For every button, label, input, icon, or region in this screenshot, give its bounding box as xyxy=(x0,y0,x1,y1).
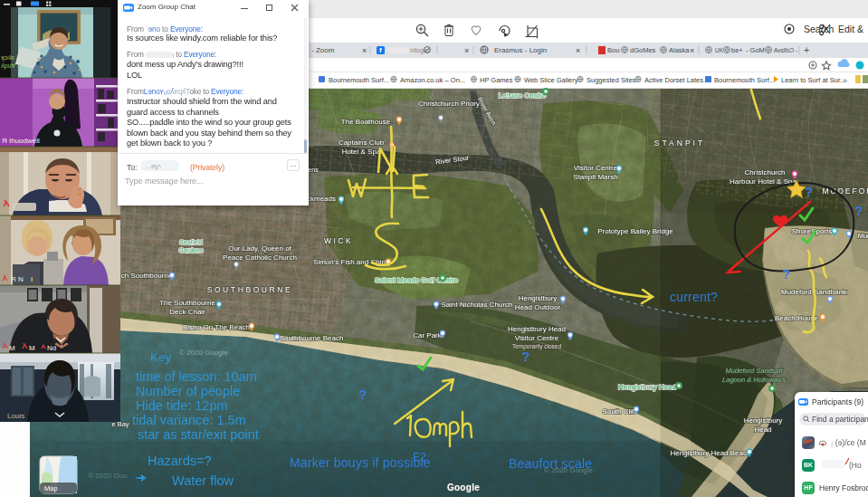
svg-text:?: ? xyxy=(854,203,863,218)
svg-text:ens: ens xyxy=(308,167,319,173)
svg-text:Head: Head xyxy=(754,425,771,434)
svg-text:M: M xyxy=(29,344,35,352)
svg-text:The Southbourne: The Southbourne xyxy=(159,299,215,307)
svg-text:current?: current? xyxy=(670,290,718,304)
svg-text:Car Park: Car Park xyxy=(413,331,443,339)
svg-text:Hazards=?: Hazards=? xyxy=(148,454,212,468)
svg-text:Lagoon & Holloway's: Lagoon & Holloway's xyxy=(722,376,786,384)
svg-text:© 2020 Goo: © 2020 Goo xyxy=(88,472,128,480)
svg-text:Nd: Nd xyxy=(47,344,56,352)
svg-text:Hengistbury Head: Hengistbury Head xyxy=(508,325,566,333)
svg-text:Peace Catholic Church: Peace Catholic Church xyxy=(223,253,297,262)
svg-text:Seafield: Seafield xyxy=(179,239,202,245)
svg-text:Prototype Bailey Bridge: Prototype Bailey Bridge xyxy=(597,227,673,235)
svg-text:Mudeford Sandspit: Mudeford Sandspit xyxy=(726,367,784,375)
svg-text:star as star/exit point: star as star/exit point xyxy=(138,427,259,442)
svg-text:The Boathouse: The Boathouse xyxy=(341,118,391,126)
svg-text:SOUTHBOURNE: SOUTHBOURNE xyxy=(207,285,293,294)
svg-text:STANPIT: STANPIT xyxy=(654,139,705,148)
svg-text:Key: Key xyxy=(150,350,172,364)
svg-text:Hengistbury Head: Hengistbury Head xyxy=(618,383,676,391)
svg-text:Christchurch: Christchurch xyxy=(745,168,786,177)
svg-text:Southbourne Beach: Southbourne Beach xyxy=(280,334,344,342)
svg-text:Hengistbury Head Beach: Hengistbury Head Beach xyxy=(671,449,751,457)
svg-text:Temporarily closed: Temporarily closed xyxy=(512,343,562,350)
svg-text:M: M xyxy=(9,344,15,352)
svg-text:Gardens: Gardens xyxy=(179,247,204,253)
svg-text:Hengistbury: Hengistbury xyxy=(519,294,558,302)
svg-text:ʎpu∀ ɔ: ʎpu∀ ɔ xyxy=(1,62,21,70)
svg-text:Our Lady, Queen of: Our Lady, Queen of xyxy=(228,244,291,253)
svg-text:Hengistbury: Hengistbury xyxy=(744,416,783,425)
svg-text:Visitor Centre: Visitor Centre xyxy=(574,164,618,172)
svg-text:R N: R N xyxy=(11,275,24,283)
svg-text:?: ? xyxy=(805,184,813,199)
svg-text:time of lesson: 10am: time of lesson: 10am xyxy=(136,369,257,384)
svg-text:Number of people: Number of people xyxy=(136,384,240,398)
svg-text:E2: E2 xyxy=(413,451,426,464)
svg-text:Hotel & Spa: Hotel & Spa xyxy=(342,148,381,156)
svg-text:Christchurch Priory: Christchurch Priory xyxy=(418,100,480,108)
svg-text:Google: Google xyxy=(447,483,480,492)
svg-text:Captains Club: Captains Club xyxy=(339,139,385,147)
svg-text:Leisure Centre: Leisure Centre xyxy=(499,91,547,100)
svg-text:ckmeads: ckmeads xyxy=(307,195,336,203)
svg-text:WICK: WICK xyxy=(324,236,353,245)
svg-text:Hide tide: 12pm: Hide tide: 12pm xyxy=(136,398,228,413)
svg-text:Map: Map xyxy=(44,484,58,492)
svg-text:tidal variance: 1.5m: tidal variance: 1.5m xyxy=(132,413,246,427)
svg-text:Louis: Louis xyxy=(7,412,24,420)
svg-text:ch Southbourne: ch Southbourne xyxy=(121,272,173,280)
svg-text:Beaufort scale: Beaufort scale xyxy=(509,456,592,471)
svg-text:South Cliff: South Cliff xyxy=(603,407,637,416)
svg-text:Head Outdoor: Head Outdoor xyxy=(515,303,561,311)
svg-text:Stanpit Marsh: Stanpit Marsh xyxy=(573,173,617,181)
svg-text:?: ? xyxy=(521,349,529,364)
svg-text:Deck Chair: Deck Chair xyxy=(169,308,205,316)
svg-text:© 2020 Google: © 2020 Google xyxy=(179,349,228,357)
svg-text:?: ? xyxy=(782,266,790,282)
svg-text:Mud: Mud xyxy=(858,232,868,240)
svg-text:Marker bouys if possible: Marker bouys if possible xyxy=(290,455,431,470)
svg-text:Bistro On The Beach: Bistro On The Beach xyxy=(183,323,250,331)
svg-text:Water flow: Water flow xyxy=(172,473,234,488)
svg-text:Я Ihuodwell: Я Ihuodwell xyxy=(2,137,40,145)
svg-text:Visitor Centre: Visitor Centre xyxy=(515,334,559,342)
svg-text:Saint Nicholas Church: Saint Nicholas Church xyxy=(441,301,512,309)
svg-text:ʞɔıʇɒ: ʞɔıʇɒ xyxy=(1,54,14,62)
svg-text:?: ? xyxy=(358,387,367,402)
svg-text:I: I xyxy=(31,275,33,283)
